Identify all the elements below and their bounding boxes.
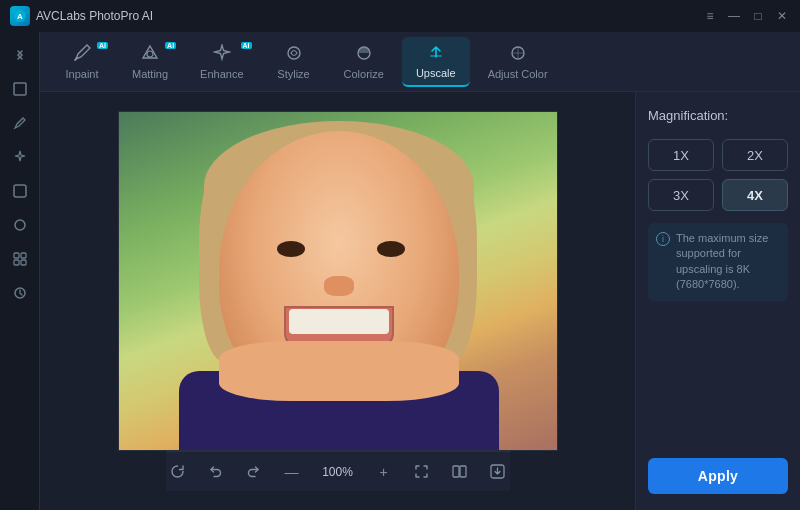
titlebar: A AVCLabs PhotoPro AI ≡ — □ ✕ <box>0 0 800 32</box>
sidebar-history-icon[interactable] <box>5 278 35 308</box>
tab-matting[interactable]: Matting AI <box>118 38 182 86</box>
app-logo: A <box>10 6 30 26</box>
mag-4x-btn[interactable]: 4X <box>722 179 788 211</box>
spacer <box>648 313 788 446</box>
tab-matting-label: Matting <box>132 68 168 80</box>
enhance-icon <box>213 44 231 66</box>
toolbar: Inpaint AI Matting AI <box>40 32 800 92</box>
workspace: — 100% + <box>40 92 800 510</box>
svg-point-4 <box>15 220 25 230</box>
canvas-area: — 100% + <box>40 92 635 510</box>
titlebar-left: A AVCLabs PhotoPro AI <box>10 6 153 26</box>
info-box: i The maximum size supported for upscali… <box>648 223 788 301</box>
colorize-icon <box>355 44 373 66</box>
teeth <box>289 309 389 334</box>
svg-rect-8 <box>21 260 26 265</box>
right-panel: Magnification: 1X 2X 3X 4X i The maximum… <box>635 92 800 510</box>
zoom-level: 100% <box>318 465 358 479</box>
svg-rect-14 <box>430 55 442 57</box>
svg-point-10 <box>147 51 153 57</box>
tab-stylize-label: Stylize <box>277 68 309 80</box>
sidebar-circle-icon[interactable] <box>5 210 35 240</box>
eye-left <box>277 241 305 257</box>
tab-upscale-label: Upscale <box>416 67 456 79</box>
fit-screen-icon[interactable] <box>410 460 434 484</box>
titlebar-controls: ≡ — □ ✕ <box>702 8 790 24</box>
zoom-out-btn[interactable]: — <box>280 460 304 484</box>
photo-scene <box>119 111 557 451</box>
tab-colorize-label: Colorize <box>344 68 384 80</box>
stylize-icon <box>285 44 303 66</box>
sidebar-grid-icon[interactable] <box>5 244 35 274</box>
tab-upscale[interactable]: Upscale <box>402 37 470 87</box>
tab-enhance-label: Enhance <box>200 68 243 80</box>
upscale-icon <box>427 43 445 65</box>
svg-text:A: A <box>17 12 23 21</box>
tab-inpaint-label: Inpaint <box>65 68 98 80</box>
svg-rect-16 <box>453 466 459 477</box>
svg-rect-7 <box>14 260 19 265</box>
main-layout: Inpaint AI Matting AI <box>0 32 800 510</box>
canvas-wrapper <box>118 111 558 451</box>
compare-icon[interactable] <box>448 460 472 484</box>
left-sidebar <box>0 32 40 510</box>
svg-rect-3 <box>14 185 26 197</box>
sidebar-shape-icon[interactable] <box>5 176 35 206</box>
tab-colorize[interactable]: Colorize <box>330 38 398 86</box>
menu-icon[interactable]: ≡ <box>702 8 718 24</box>
svg-rect-17 <box>460 466 466 477</box>
svg-rect-2 <box>14 83 26 95</box>
tab-enhance[interactable]: Enhance AI <box>186 38 257 86</box>
tab-stylize[interactable]: Stylize <box>262 38 326 86</box>
tab-inpaint[interactable]: Inpaint AI <box>50 38 114 86</box>
zoom-in-btn[interactable]: + <box>372 460 396 484</box>
info-text: The maximum size supported for upscaling… <box>676 231 780 293</box>
sidebar-select-icon[interactable] <box>5 74 35 104</box>
tab-adjust-color[interactable]: Adjust Color <box>474 38 562 86</box>
bottom-toolbar: — 100% + <box>166 451 510 491</box>
sidebar-back-icon[interactable] <box>5 40 35 70</box>
tab-adjust-color-label: Adjust Color <box>488 68 548 80</box>
sidebar-pen-icon[interactable] <box>5 108 35 138</box>
undo-icon[interactable] <box>204 460 228 484</box>
redo-icon[interactable] <box>242 460 266 484</box>
svg-rect-5 <box>14 253 19 258</box>
svg-point-12 <box>288 47 300 59</box>
export-icon[interactable] <box>486 460 510 484</box>
hands <box>219 341 459 401</box>
maximize-icon[interactable]: □ <box>750 8 766 24</box>
magnification-label: Magnification: <box>648 108 788 123</box>
app-title: AVCLabs PhotoPro AI <box>36 9 153 23</box>
matting-ai-badge: AI <box>165 42 176 49</box>
matting-icon <box>141 44 159 66</box>
mag-3x-btn[interactable]: 3X <box>648 179 714 211</box>
inpaint-ai-badge: AI <box>97 42 108 49</box>
inpaint-icon <box>73 44 91 66</box>
sidebar-magic-icon[interactable] <box>5 142 35 172</box>
svg-rect-6 <box>21 253 26 258</box>
mag-1x-btn[interactable]: 1X <box>648 139 714 171</box>
content-area: Inpaint AI Matting AI <box>40 32 800 510</box>
eye-right <box>377 241 405 257</box>
minimize-icon[interactable]: — <box>726 8 742 24</box>
mag-2x-btn[interactable]: 2X <box>722 139 788 171</box>
close-icon[interactable]: ✕ <box>774 8 790 24</box>
svg-marker-11 <box>215 45 229 59</box>
adjust-color-icon <box>509 44 527 66</box>
magnification-options: 1X 2X 3X 4X <box>648 139 788 211</box>
apply-button[interactable]: Apply <box>648 458 788 494</box>
info-icon: i <box>656 232 670 246</box>
reset-icon[interactable] <box>166 460 190 484</box>
enhance-ai-badge: AI <box>241 42 252 49</box>
nose <box>324 276 354 296</box>
